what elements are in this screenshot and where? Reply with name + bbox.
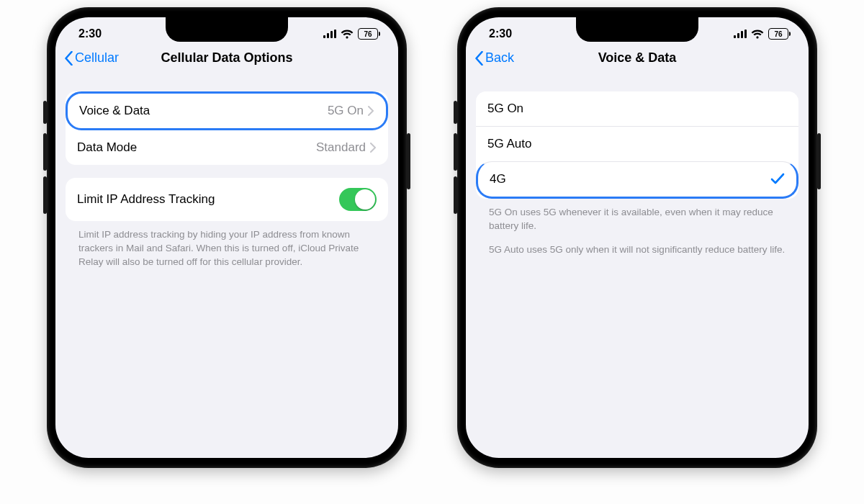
chevron-left-icon: [64, 51, 73, 66]
row-label: Data Mode: [77, 140, 316, 155]
status-time: 2:30: [489, 27, 512, 40]
battery-icon: 76: [768, 28, 788, 40]
row-limit-ip-tracking[interactable]: Limit IP Address Tracking: [66, 178, 388, 221]
option-5g-on[interactable]: 5G On: [476, 91, 798, 126]
side-button: [817, 133, 821, 189]
option-label: 5G Auto: [487, 137, 787, 151]
svg-rect-3: [334, 30, 336, 38]
notch: [576, 17, 698, 42]
wifi-icon: [751, 30, 764, 39]
chevron-right-icon: [370, 143, 377, 153]
side-button: [43, 176, 47, 214]
footer-note: Limit IP address tracking by hiding your…: [66, 221, 388, 269]
option-5g-auto[interactable]: 5G Auto: [476, 126, 798, 161]
side-button: [43, 133, 47, 171]
svg-rect-7: [744, 30, 747, 38]
back-button[interactable]: Cellular: [64, 50, 119, 66]
chevron-right-icon: [368, 106, 374, 116]
status-time: 2:30: [78, 27, 102, 40]
back-label: Back: [485, 50, 514, 66]
checkmark-icon: [770, 173, 785, 186]
options-group: 5G On 5G Auto 4G: [476, 91, 798, 199]
footer-note: 5G On uses 5G whenever it is available, …: [476, 199, 798, 233]
svg-rect-0: [323, 35, 325, 38]
row-data-mode[interactable]: Data Mode Standard: [66, 130, 388, 165]
battery-icon: 76: [358, 28, 378, 40]
side-button: [407, 133, 410, 189]
nav-bar: Back Voice & Data: [466, 43, 809, 74]
row-label: Voice & Data: [79, 104, 328, 118]
row-voice-and-data[interactable]: Voice & Data 5G On: [66, 91, 388, 130]
cellular-signal-icon: [323, 30, 336, 38]
back-label: Cellular: [75, 50, 119, 66]
row-value: 5G On: [328, 104, 364, 118]
svg-rect-4: [734, 35, 736, 38]
option-4g[interactable]: 4G: [476, 161, 798, 199]
option-label: 4G: [490, 172, 770, 186]
side-button: [454, 101, 457, 124]
chevron-left-icon: [474, 51, 484, 66]
row-label: Limit IP Address Tracking: [77, 192, 339, 207]
cellular-signal-icon: [734, 30, 747, 38]
phone-left: 2:30 76 Cellular Cellular Data Options: [47, 7, 407, 468]
phone-right: 2:30 76 Back Voice & Data 5G On: [457, 7, 817, 468]
svg-rect-5: [737, 33, 739, 38]
back-button[interactable]: Back: [474, 50, 514, 66]
row-value: Standard: [316, 140, 366, 155]
side-button: [43, 101, 47, 124]
footer-note: 5G Auto uses 5G only when it will not si…: [476, 233, 798, 257]
svg-rect-6: [741, 31, 743, 38]
notch: [166, 17, 288, 42]
option-label: 5G On: [487, 102, 787, 116]
toggle-switch[interactable]: [339, 188, 377, 211]
wifi-icon: [341, 30, 354, 39]
settings-group: Voice & Data 5G On Data Mode Standard: [66, 91, 388, 165]
side-button: [454, 176, 457, 214]
settings-group: Limit IP Address Tracking: [66, 178, 388, 221]
nav-bar: Cellular Cellular Data Options: [55, 43, 398, 74]
svg-rect-2: [330, 31, 333, 38]
page-title: Voice & Data: [466, 50, 809, 66]
svg-rect-1: [327, 33, 329, 38]
side-button: [454, 133, 457, 171]
